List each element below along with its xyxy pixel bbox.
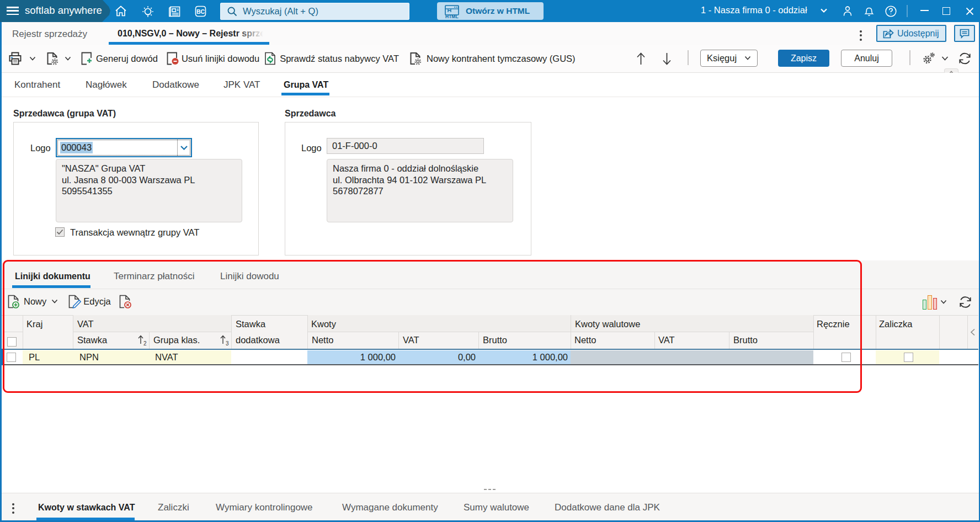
svg-text:HTML: HTML: [445, 14, 459, 19]
svg-text:BC: BC: [196, 8, 205, 15]
